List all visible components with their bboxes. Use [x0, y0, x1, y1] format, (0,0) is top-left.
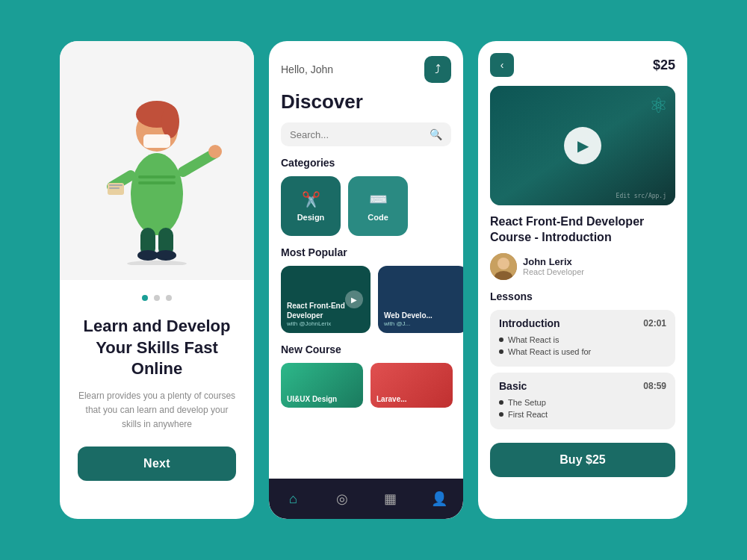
popular-card-2[interactable]: Web Develo... with @J...: [378, 266, 463, 333]
nav-chart[interactable]: ▦: [376, 488, 406, 510]
svg-point-19: [498, 258, 509, 270]
popular-card-2-bg: Web Develo... with @J...: [378, 266, 463, 333]
back-button[interactable]: ‹: [490, 53, 514, 77]
svg-point-6: [208, 145, 222, 158]
svg-rect-9: [138, 181, 176, 184]
svg-rect-17: [109, 187, 120, 189]
search-bar[interactable]: 🔍: [281, 122, 451, 146]
screen-1: Learn and Develop Your Skills Fast Onlin…: [60, 41, 254, 519]
dot-2: [154, 295, 160, 301]
category-design-label: Design: [297, 213, 325, 222]
svg-rect-4: [143, 134, 170, 148]
screen1-title: Learn and Develop Your Skills Fast Onlin…: [78, 316, 236, 380]
video-thumbnail[interactable]: ⚛ Edit src/App.j ▶: [490, 86, 675, 205]
nav-user[interactable]: 👤: [424, 488, 454, 510]
lesson-2-item-1-text: The Setup: [508, 398, 546, 407]
category-code-label: Code: [368, 213, 388, 222]
screen1-description: Elearn provides you a plenty of courses …: [78, 389, 236, 432]
instructor-details: John Lerix React Developer: [523, 256, 584, 276]
lesson-1-item-1: What React is: [499, 335, 666, 344]
popular-card-1[interactable]: React Front-End Developer with @JohnLeri…: [281, 266, 371, 333]
svg-rect-16: [109, 184, 123, 186]
lesson-2-item-2-text: First React: [508, 410, 548, 419]
lesson-card-1[interactable]: Introduction 02:01 What React is What Re…: [490, 310, 675, 367]
svg-point-14: [127, 261, 187, 265]
lesson-1-item-2-text: What React is used for: [508, 347, 591, 356]
code-icon: ⌨️: [369, 190, 388, 208]
category-design[interactable]: ✂️ Design: [281, 176, 341, 236]
lesson-1-header: Introduction 02:01: [499, 317, 666, 329]
code-overlay: Edit src/App.j: [616, 193, 666, 199]
screen-2: Hello, John ⤴ Discover 🔍 Categories ✂️ D…: [269, 41, 463, 519]
categories-title: Categories: [269, 157, 463, 176]
illustration-area: [60, 41, 254, 280]
lesson-2-time: 08:59: [643, 381, 666, 391]
instructor-row: John Lerix React Developer: [490, 253, 675, 280]
play-button-1[interactable]: ▶: [345, 290, 363, 308]
greeting-text: Hello, John: [281, 63, 333, 75]
dot-1: [142, 295, 148, 301]
buy-button[interactable]: Buy $25: [490, 443, 675, 477]
lesson-1-item-1-text: What React is: [508, 335, 559, 344]
new-course-title: New Course: [269, 343, 463, 363]
lesson-2-item-1: The Setup: [499, 398, 666, 407]
instructor-name: John Lerix: [523, 256, 584, 267]
lesson-2-name: Basic: [499, 380, 527, 392]
new-course-2[interactable]: Larave...: [371, 363, 453, 408]
lesson-2-header: Basic 08:59: [499, 380, 666, 392]
nav-compass[interactable]: ◎: [327, 488, 357, 510]
svg-point-13: [155, 250, 176, 261]
svg-point-0: [131, 153, 183, 235]
svg-rect-8: [138, 175, 176, 178]
dot-3: [166, 295, 172, 301]
popular-card-2-title: Web Develo...: [384, 311, 462, 320]
category-code[interactable]: ⌨️ Code: [348, 176, 408, 236]
course-info: React Front-End Developer Course - Intro…: [478, 214, 687, 435]
new-course-list: UI&UX Design Larave...: [269, 363, 463, 408]
bottom-nav: ⌂ ◎ ▦ 👤: [269, 479, 463, 519]
next-button[interactable]: Next: [78, 447, 236, 481]
discover-title: Discover: [269, 90, 463, 122]
pagination-dots: [142, 295, 172, 301]
popular-title: Most Popular: [269, 246, 463, 266]
lesson-1-name: Introduction: [499, 317, 560, 329]
popular-list: React Front-End Developer with @JohnLeri…: [269, 266, 463, 343]
lesson-1-time: 02:01: [643, 318, 666, 329]
new-course-1[interactable]: UI&UX Design: [281, 363, 363, 408]
lesson-1-item-2: What React is used for: [499, 347, 666, 356]
lesson-2-item-2: First React: [499, 410, 666, 419]
share-button[interactable]: ⤴: [424, 56, 451, 83]
new-course-1-label: UI&UX Design: [287, 395, 337, 403]
svg-point-3: [161, 105, 179, 138]
popular-card-2-author: with @J...: [384, 320, 462, 327]
lesson-dot-2: [499, 349, 503, 354]
categories-list: ✂️ Design ⌨️ Code: [269, 176, 463, 246]
new-course-2-label: Larave...: [376, 395, 407, 403]
popular-card-1-author: with @JohnLerix: [287, 320, 365, 327]
lesson-card-2[interactable]: Basic 08:59 The Setup First React: [490, 373, 675, 429]
lesson-dot: [499, 337, 503, 342]
instructor-role: React Developer: [523, 267, 584, 276]
screen2-header: Hello, John ⤴: [269, 41, 463, 90]
avatar: [490, 253, 517, 280]
lessons-title: Lessons: [490, 290, 675, 302]
design-icon: ✂️: [302, 190, 320, 208]
react-logo-icon: ⚛: [649, 93, 668, 118]
character-illustration: [90, 56, 224, 265]
nav-home[interactable]: ⌂: [279, 488, 309, 510]
course-title: React Front-End Developer Course - Intro…: [490, 214, 675, 246]
screen-3: ‹ $25 ⚛ Edit src/App.j ▶ React Front-End…: [478, 41, 687, 519]
search-icon: 🔍: [430, 128, 442, 140]
price-tag: $25: [653, 57, 675, 73]
lesson-dot-4: [499, 412, 503, 417]
lesson-dot-3: [499, 400, 503, 405]
search-input[interactable]: [290, 129, 424, 140]
content-area: Learn and Develop Your Skills Fast Onlin…: [60, 280, 254, 519]
svg-point-12: [137, 250, 158, 261]
screen3-header: ‹ $25: [478, 41, 687, 77]
play-button[interactable]: ▶: [564, 127, 601, 164]
